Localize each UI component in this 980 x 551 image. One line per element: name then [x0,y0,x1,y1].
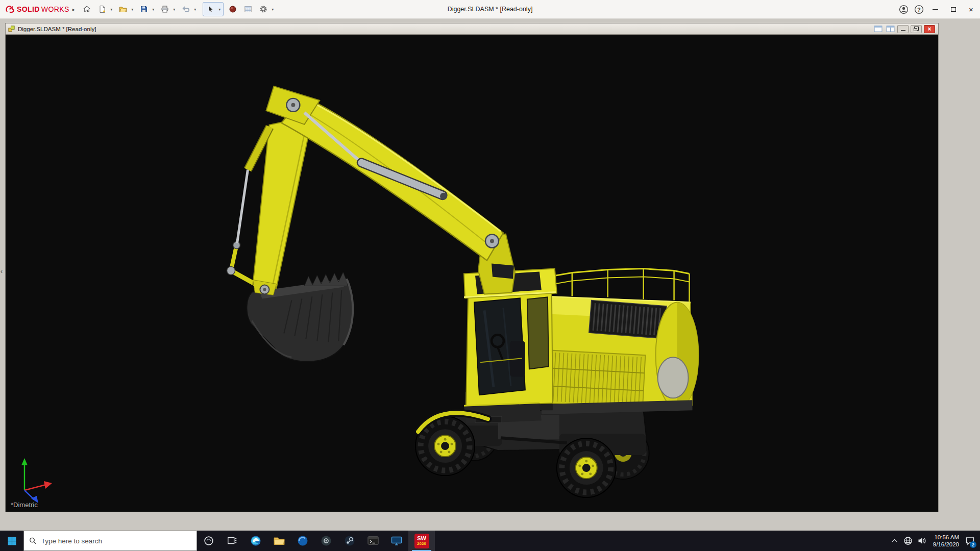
taskbar-icon-app-blue[interactable] [291,531,314,551]
brand-text-works: WORKS [41,5,69,13]
maximize-icon [951,7,956,12]
speaker-icon [917,536,926,545]
document-window: Digger.SLDASM * [Read-only] [5,23,939,512]
tray-overflow-button[interactable] [888,531,901,551]
taskbar-icon-console[interactable] [361,531,385,551]
undo-icon [182,5,190,13]
doc-minimize-button[interactable] [897,25,909,33]
taskbar-icon-steam[interactable] [338,531,361,551]
svg-text:?: ? [917,7,921,13]
console-window-icon [367,535,379,547]
search-icon [29,537,37,545]
monitor-app-icon [390,535,403,547]
home-icon [83,5,91,13]
pane-window-icon [874,26,883,32]
view-orientation-label: *Dimetric [11,501,38,509]
select-tool-group: ▾ [203,2,224,16]
task-view-icon [227,535,238,546]
side-vents [546,350,645,408]
new-document-button[interactable] [95,3,109,16]
save-button[interactable] [137,3,151,16]
save-icon [140,5,148,13]
taskbar-icon-remote-desktop[interactable] [385,531,408,551]
split-pane-window-icon [886,26,895,32]
design-table-icon [244,5,252,13]
select-dropdown[interactable]: ▾ [217,7,223,12]
clock-date: 9/16/2020 [933,541,959,548]
blue-circle-app-icon [297,535,309,547]
doc-restore-button[interactable] [911,25,922,33]
brand-text-solid: SOLID [17,5,40,13]
home-button[interactable] [80,3,93,16]
close-icon: × [969,6,973,13]
taskbar-clock[interactable]: 10:56 AM 9/16/2020 [929,534,963,548]
screen: SOLIDWORKS ▸ ▾ [0,0,980,551]
solidworks-app-icon: SW 2020 [414,534,429,548]
task-view-button[interactable] [220,531,244,551]
render-sphere-button[interactable] [226,3,239,16]
dark-circle-app-icon [320,535,332,547]
doc-close-button[interactable]: × [924,25,935,33]
print-button[interactable] [158,3,172,16]
doc-minimize-icon [901,30,905,31]
taskbar-icon-edge[interactable] [244,531,267,551]
taskbar-search[interactable] [23,531,197,551]
side-window [527,297,549,369]
options-dropdown[interactable]: ▾ [270,7,276,12]
close-button[interactable]: × [962,0,980,19]
minimize-button[interactable] [926,0,944,19]
user-icon [899,5,909,14]
edge-browser-icon [250,535,262,547]
print-dropdown[interactable]: ▾ [172,7,177,12]
file-explorer-icon [273,535,285,547]
select-button[interactable] [204,3,217,16]
workspace: ‹ Digger.SLDASM * [Read-only] [0,19,980,531]
viewport-3d[interactable]: *Dimetric [6,35,938,511]
start-button[interactable] [0,531,23,551]
maximize-button[interactable] [944,0,962,19]
document-titlebar[interactable]: Digger.SLDASM * [Read-only] [6,23,938,35]
taskbar-icon-photos[interactable] [314,531,338,551]
volume-button[interactable] [915,531,929,551]
account-button[interactable] [896,0,911,19]
taskbar-icon-solidworks[interactable]: SW 2020 [408,531,435,551]
new-document-icon [98,5,106,13]
network-button[interactable] [901,531,915,551]
excavator-model[interactable] [6,35,938,511]
quick-access-toolbar: ▾ ▾ ▾ [80,2,278,16]
window-title: Digger.SLDASM * [Read-only] [448,6,533,13]
orientation-triad [21,458,52,503]
open-button[interactable] [116,3,130,16]
design-table-button[interactable] [241,3,255,16]
system-tray: 10:56 AM 9/16/2020 2 [888,531,980,551]
chevron-up-icon [892,539,897,544]
options-gear-icon [259,5,267,13]
save-dropdown[interactable]: ▾ [151,7,156,12]
doc-pane-button-2[interactable] [885,25,895,33]
globe-network-icon [903,536,913,545]
windows-logo-icon [8,537,16,545]
menu-expand-arrow[interactable]: ▸ [72,7,75,12]
undo-button[interactable] [179,3,192,16]
engine-grille [589,300,667,338]
open-folder-icon [119,5,127,13]
panel-collapse-arrow[interactable]: ‹ [1,268,3,275]
engine-housing[interactable] [538,269,699,415]
open-dropdown[interactable]: ▾ [130,7,135,12]
notification-badge: 2 [970,541,976,548]
action-center-button[interactable]: 2 [963,531,977,551]
undo-dropdown[interactable]: ▾ [192,7,198,12]
help-icon: ? [914,5,924,14]
cortana-button[interactable] [197,531,220,551]
minimize-icon [933,9,938,10]
print-icon [161,5,169,13]
help-button[interactable]: ? [911,0,926,19]
options-button[interactable] [257,3,270,16]
taskbar-icon-file-explorer[interactable] [267,531,291,551]
taskbar: SW 2020 10 [0,531,980,551]
wheel-rear-near[interactable] [557,438,616,497]
doc-restore-icon [914,27,919,31]
search-input[interactable] [41,537,191,545]
doc-pane-button-1[interactable] [873,25,883,33]
new-document-dropdown[interactable]: ▾ [109,7,114,12]
